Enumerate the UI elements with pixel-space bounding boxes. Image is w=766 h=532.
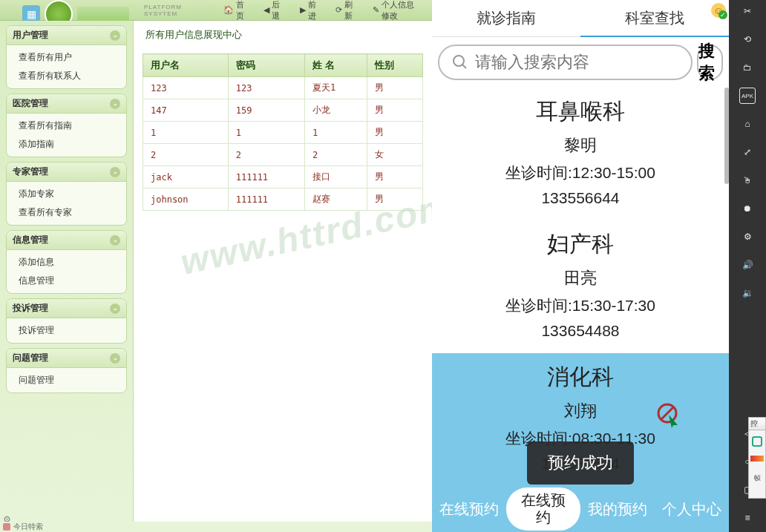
sidebar-item[interactable]: 查看所有联系人	[7, 67, 126, 85]
platform-label: PLATFORM SYSYTEM	[144, 4, 204, 17]
collapse-icon[interactable]: ⌄	[110, 303, 120, 314]
table-row[interactable]: 123123夏天1男	[143, 77, 423, 99]
search-box[interactable]	[438, 45, 693, 80]
folder-icon[interactable]: 🗀	[739, 59, 756, 76]
apk-icon[interactable]: APK	[739, 88, 756, 104]
footer-bar: 今日特索	[0, 522, 432, 532]
sidebar-header[interactable]: 用户管理⌄	[7, 26, 126, 45]
volume-down-icon[interactable]: 🔉	[739, 285, 756, 301]
table-header: 姓 名	[304, 54, 367, 77]
doctor-phone: 133556644	[432, 189, 729, 207]
sidebar-header[interactable]: 问题管理⌄	[7, 349, 126, 368]
table-cell: 女	[367, 144, 422, 166]
tab-guide[interactable]: 就诊指南	[432, 0, 580, 36]
collapse-icon[interactable]: ⌄	[110, 353, 120, 364]
video-icon[interactable]: ⏺	[739, 200, 756, 217]
expand-icon[interactable]: ⤢	[739, 144, 756, 160]
doctor-name: 黎明	[432, 134, 729, 157]
department-list[interactable]: 耳鼻喉科黎明坐诊时间:12:30-15:00133556644妇产科田亮坐诊时间…	[432, 88, 729, 486]
table-cell: 男	[367, 77, 422, 99]
bottom-nav-item[interactable]: 在线预约	[432, 486, 506, 532]
page-title: 所有用户信息展现中心	[143, 28, 423, 42]
bottom-nav-item[interactable]: 我的预约	[580, 486, 655, 532]
collapse-icon[interactable]: ⌄	[110, 99, 120, 109]
content-area: 所有用户信息展现中心 用户名密码姓 名性别 123123夏天1男147159小龙…	[134, 21, 432, 532]
control-float-window[interactable]: 控 帧	[748, 417, 766, 499]
table-cell: 2	[143, 144, 229, 166]
search-icon	[451, 53, 469, 71]
sidebar-header-label: 医院管理	[13, 97, 48, 110]
sidebar-item[interactable]: 查看所有指南	[7, 116, 126, 135]
toast-message: 预约成功	[527, 441, 634, 485]
collapse-icon[interactable]: ⌄	[110, 235, 120, 246]
sidebar-header[interactable]: 医院管理⌄	[7, 94, 126, 114]
sidebar-header[interactable]: 专家管理⌄	[7, 162, 126, 182]
collapse-icon[interactable]: ⌄	[110, 30, 120, 41]
sidebar-header-label: 信息管理	[13, 234, 48, 246]
doctor-phone: 133654488	[432, 322, 729, 340]
logo-badge	[77, 7, 129, 22]
toolbar-back-button[interactable]: ◀后退	[257, 0, 290, 24]
footer-icon	[3, 523, 10, 531]
department-card[interactable]: 妇产科田亮坐诊时间:15:30-17:30133654488	[432, 220, 729, 353]
scissors-icon[interactable]: ✂	[739, 3, 756, 19]
home-icon[interactable]: ⌂	[739, 116, 756, 132]
bottom-nav-item[interactable]: 个人中心	[655, 486, 729, 532]
table-row[interactable]: 147159小龙男	[143, 99, 423, 122]
table-cell: 男	[367, 188, 422, 211]
sidebar-item[interactable]: 信息管理	[7, 272, 126, 290]
sidebar-item[interactable]: 添加信息	[7, 253, 126, 272]
rotate-icon[interactable]: ⟲	[739, 31, 756, 47]
table-row[interactable]: 111男	[143, 122, 423, 144]
sidebar-item[interactable]: 查看所有用户	[7, 48, 126, 67]
table-row[interactable]: johnson111111赵赛男	[143, 188, 423, 211]
bottom-nav-label: 在线预约	[506, 487, 580, 531]
sidebar-block: 医院管理⌄查看所有指南添加指南	[6, 93, 127, 157]
bottom-nav-item[interactable]: 在线预约	[506, 486, 580, 532]
sidebar-item[interactable]: 添加指南	[7, 135, 126, 154]
table-cell: 111111	[228, 166, 304, 188]
toolbar-forward-button[interactable]: ▶前进	[293, 0, 327, 24]
gear-icon[interactable]: ⚙	[739, 229, 756, 245]
sidebar-header-label: 投诉管理	[13, 302, 48, 315]
toolbar-profile-button[interactable]: ✎个人信息修改	[366, 0, 426, 24]
sidebar-header-label: 用户管理	[13, 29, 48, 42]
sidebar-block: 问题管理⌄问题管理	[6, 348, 127, 393]
volume-icon[interactable]: 🔊	[739, 257, 756, 273]
sidebar-item[interactable]: 投诉管理	[7, 321, 126, 340]
toolbar-home-button[interactable]: 🏠首页	[217, 0, 254, 24]
table-cell: 1	[143, 122, 229, 144]
sidebar-item[interactable]: 添加专家	[7, 185, 126, 203]
table-cell: 1	[228, 122, 304, 144]
table-cell: 男	[367, 122, 422, 144]
sidebar-header[interactable]: 投诉管理⌄	[7, 299, 126, 318]
table-row[interactable]: 222女	[143, 144, 423, 166]
sidebar-block: 专家管理⌄添加专家查看所有专家	[6, 162, 127, 226]
toolbar-refresh-button[interactable]: ⟳刷新	[329, 0, 363, 24]
table-cell: 男	[367, 99, 422, 122]
control-float-title: 控	[749, 418, 765, 430]
table-cell: 147	[143, 99, 229, 122]
table-cell: 123	[228, 77, 304, 99]
sidebar-item[interactable]: 查看所有专家	[7, 203, 126, 222]
mouse-icon[interactable]: 🖱	[739, 172, 756, 188]
table-header: 密码	[228, 54, 304, 77]
tab-department[interactable]: 科室查找	[580, 0, 729, 36]
footer-label: 今日特索	[13, 522, 43, 532]
table-cell: 2	[228, 144, 304, 166]
table-cell: 男	[367, 166, 422, 188]
check-icon: ✓	[718, 10, 727, 19]
search-button[interactable]: 搜索	[697, 45, 723, 80]
doctor-name: 田亮	[432, 267, 729, 289]
table-cell: 夏天1	[304, 77, 367, 99]
menu-icon[interactable]: ≡	[739, 510, 756, 526]
sidebar-header[interactable]: 信息管理⌄	[7, 231, 126, 250]
sidebar-item[interactable]: 问题管理	[7, 371, 126, 390]
table-cell: 2	[304, 144, 367, 166]
table-cell: 111111	[228, 188, 304, 211]
department-card[interactable]: 耳鼻喉科黎明坐诊时间:12:30-15:00133556644	[432, 88, 729, 220]
table-row[interactable]: jack111111接口男	[143, 166, 423, 188]
collapse-icon[interactable]: ⌄	[110, 167, 120, 177]
visit-time: 坐诊时间:12:30-15:00	[432, 162, 729, 183]
search-input[interactable]	[475, 53, 679, 72]
